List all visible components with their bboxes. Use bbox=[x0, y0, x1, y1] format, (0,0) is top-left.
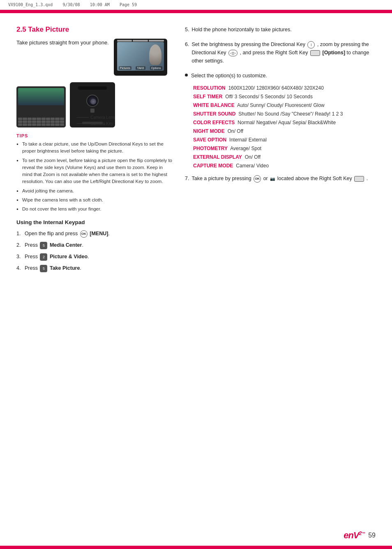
photo-subject bbox=[149, 44, 161, 65]
select-option-content: Select the option(s) to customize. bbox=[191, 73, 267, 79]
step-6-options-label: [Options] bbox=[323, 50, 346, 56]
step-1-menu-label: [MENU] bbox=[90, 231, 108, 236]
brand-v: V bbox=[353, 530, 359, 540]
screen-label-options: Options bbox=[150, 66, 162, 70]
camera-key-label: Camera Key bbox=[76, 121, 115, 126]
step-2-label: Media Center bbox=[50, 242, 82, 248]
night-mode-values: On/ Off bbox=[226, 128, 243, 134]
doc-date: 9/30/08 bbox=[62, 2, 80, 7]
step-7-text-1: Take a picture by pressing bbox=[191, 176, 253, 181]
internal-keypad-title: Using the Internal Keypad bbox=[16, 219, 173, 225]
color-effects-values: Normal/ Negative/ Aqua/ Sepia/ Black&Whi… bbox=[236, 120, 336, 125]
self-timer-label: SELF TIMER bbox=[193, 94, 222, 100]
keyboard-area bbox=[18, 118, 64, 126]
camera-lens-visual bbox=[86, 95, 99, 107]
key-12 bbox=[23, 120, 27, 123]
camera-lens-label: Camera Lens bbox=[76, 115, 115, 120]
step-3: Press 2 Picture & Video. bbox=[16, 252, 173, 261]
brand-name: en bbox=[344, 530, 353, 540]
step-3-label: Picture & Video bbox=[50, 254, 88, 259]
setting-capture-mode: CAPTURE MODE Camera/ Video bbox=[193, 162, 376, 169]
step-6-text-1: Set the brightness by pressing the Direc… bbox=[191, 42, 307, 47]
status-bar bbox=[117, 40, 164, 42]
bullet-dot-icon bbox=[185, 74, 188, 76]
tips-title: TIPS bbox=[16, 133, 173, 138]
resolution-label: RESOLUTION bbox=[193, 85, 226, 91]
step-1-text-before: Open the flip and press bbox=[25, 231, 79, 236]
key-15 bbox=[37, 120, 41, 123]
key-4 bbox=[32, 118, 36, 120]
step-6-block: 6. Set the brightness by pressing the Di… bbox=[185, 40, 376, 65]
key-5b-icon: 5 bbox=[40, 265, 47, 272]
flip-screen-content bbox=[18, 88, 64, 105]
step-7-text-2: or bbox=[263, 176, 270, 181]
key-1 bbox=[18, 118, 22, 120]
setting-color-effects: COLOR EFFECTS Normal/ Negative/ Aqua/ Se… bbox=[193, 119, 376, 125]
white-balance-label: WHITE BALANCE bbox=[193, 102, 235, 108]
key-18 bbox=[51, 120, 55, 123]
page-number: 59 bbox=[368, 532, 376, 539]
tip-1: To take a clear picture, use the Up/Down… bbox=[16, 141, 173, 155]
camera-lens-inner bbox=[90, 99, 96, 104]
key-19 bbox=[55, 120, 59, 123]
shutter-sound-values-text: Shutter/ No Sound /Say "Cheese"/ Ready! … bbox=[238, 111, 343, 117]
tip-5-text: Do not cover the lens with your finger. bbox=[22, 206, 101, 211]
self-timer-values-text: Off/ 3 Seconds/ 5 Seconds/ 10 Seconds bbox=[225, 94, 313, 100]
tip-3: Avoid jolting the camera. bbox=[16, 188, 173, 195]
resolution-values: 1600X1200/ 1280X960/ 640X480/ 320X240 bbox=[227, 85, 324, 91]
key-9 bbox=[55, 118, 59, 120]
step-7-text-3: located above the Right Soft Key bbox=[277, 176, 354, 181]
photometry-label: PHOTOMETRY bbox=[193, 146, 228, 151]
resolution-values-text: 1600X1200/ 1280X960/ 640X480/ 320X240 bbox=[228, 85, 324, 91]
step-4-period: . bbox=[80, 265, 81, 271]
key-13 bbox=[28, 120, 32, 123]
photometry-values: Average/ Spot bbox=[229, 146, 262, 151]
phone-flip-image bbox=[16, 86, 66, 127]
battery-icon bbox=[133, 40, 148, 42]
misc-icon bbox=[149, 40, 164, 42]
flip-screen bbox=[18, 88, 64, 105]
white-balance-values: Auto/ Sunny/ Cloudy/ Fluorescent/ Glow bbox=[236, 102, 324, 108]
brand-tm: ™ bbox=[361, 531, 365, 536]
save-option-label: SAVE OPTION bbox=[193, 137, 226, 143]
tip-1-text: To take a clear picture, use the Up/Down… bbox=[22, 141, 164, 153]
key-6 bbox=[42, 118, 46, 120]
key-29 bbox=[55, 123, 59, 126]
step-2-period: . bbox=[82, 242, 83, 248]
key-8 bbox=[51, 118, 55, 120]
select-option-text: Select the option(s) to customize. bbox=[191, 72, 267, 80]
color-effects-label: COLOR EFFECTS bbox=[193, 120, 235, 125]
page-footer: enV2™ 59 bbox=[344, 530, 376, 541]
camera-labels: Camera Lens Camera Key bbox=[76, 115, 115, 127]
step-5-block: 5. Hold the phone horizontally to take p… bbox=[185, 25, 376, 34]
step-3-period: . bbox=[88, 254, 89, 259]
tip-5: Do not cover the lens with your finger. bbox=[16, 206, 173, 213]
tips-list: To take a clear picture, use the Up/Down… bbox=[16, 141, 173, 213]
step-6-content: Set the brightness by pressing the Direc… bbox=[191, 40, 376, 65]
setting-self-timer: SELF TIMER Off/ 3 Seconds/ 5 Seconds/ 10… bbox=[193, 93, 376, 100]
step-7-number: 7. bbox=[185, 174, 189, 183]
camera-key-label-text: Camera Key bbox=[90, 121, 113, 126]
step-7-block: 7. Take a picture by pressing OK or 📷 lo… bbox=[185, 174, 376, 183]
left-column: 2.5 Take Picture Take pictures straight … bbox=[16, 25, 173, 276]
screen-label-pictures: Pictures bbox=[119, 66, 131, 70]
key-27 bbox=[46, 123, 50, 126]
setting-white-balance: WHITE BALANCE Auto/ Sunny/ Cloudy/ Fluor… bbox=[193, 102, 376, 108]
right-column: 5. Hold the phone horizontally to take p… bbox=[185, 25, 376, 276]
page-meta: VX9100_Eng_1.3.qxd 9/30/08 10:00 AM Page… bbox=[0, 0, 392, 10]
night-mode-values-text: On/ Off bbox=[228, 128, 243, 134]
tip-4: Wipe the camera lens with a soft cloth. bbox=[16, 197, 173, 204]
key-2-icon: 2 bbox=[40, 253, 47, 261]
white-balance-values-text: Auto/ Sunny/ Cloudy/ Fluorescent/ Glow bbox=[237, 102, 325, 108]
left-right-key-icon: ◁▷ bbox=[228, 50, 238, 56]
intro-block: Take pictures straight from your phone. … bbox=[16, 39, 173, 76]
setting-save-option: SAVE OPTION Internal/ External bbox=[193, 137, 376, 143]
key-7 bbox=[46, 118, 50, 120]
external-display-values: On/ Off bbox=[243, 154, 261, 160]
ok-key-icon: OK bbox=[80, 230, 88, 238]
step-5-number: 5. bbox=[185, 25, 189, 34]
key-2 bbox=[23, 118, 27, 120]
step-2-press: Press bbox=[25, 242, 39, 248]
camera-flash bbox=[90, 109, 95, 113]
tips-section: TIPS To take a clear picture, use the Up… bbox=[16, 133, 173, 213]
